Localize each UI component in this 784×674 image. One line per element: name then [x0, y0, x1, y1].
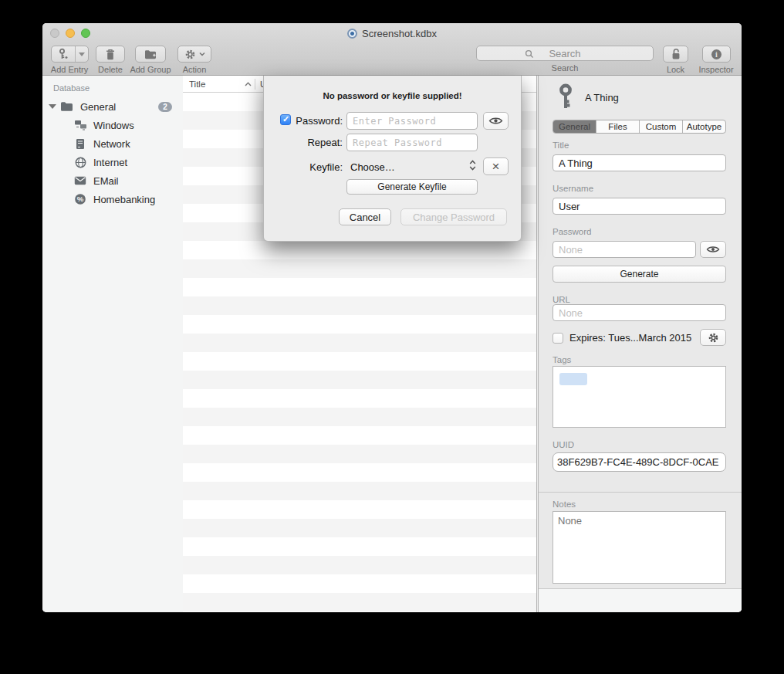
separator	[539, 492, 742, 493]
toolbar-item-search: Search	[476, 46, 654, 73]
eye-icon	[488, 116, 503, 126]
sidebar-header: Database	[53, 83, 90, 93]
add-entry-label: Add Entry	[51, 65, 88, 74]
trash-icon	[105, 49, 116, 60]
title-input[interactable]	[553, 154, 726, 171]
close-x-icon: ×	[492, 160, 500, 173]
disclosure-triangle-icon[interactable]	[49, 104, 56, 109]
change-password-button[interactable]: Change Password	[400, 208, 507, 225]
inspector-button[interactable]: i	[702, 46, 731, 63]
folder-plus-icon	[144, 49, 157, 59]
toolbar-item-inspector: i Inspector	[698, 46, 735, 74]
expires-checkbox[interactable]	[553, 333, 563, 344]
add-group-label: Add Group	[130, 65, 171, 74]
tags-field-label: Tags	[553, 355, 571, 364]
clear-keyfile-button[interactable]: ×	[483, 157, 509, 175]
toolbar-item-delete: Delete	[95, 46, 126, 74]
chevron-down-icon	[199, 52, 205, 56]
info-icon: i	[711, 49, 722, 60]
tags-box[interactable]	[553, 366, 726, 428]
search-input[interactable]	[477, 48, 653, 59]
globe-icon	[73, 155, 87, 169]
entry-title: A Thing	[585, 92, 619, 103]
sidebar-item-label: EMail	[93, 175, 119, 187]
password-input[interactable]	[553, 241, 696, 258]
expires-settings-button[interactable]	[700, 329, 726, 346]
tab-general[interactable]: General	[553, 120, 596, 133]
stepper-icon[interactable]	[469, 159, 476, 171]
username-input[interactable]	[553, 198, 726, 215]
tag-token[interactable]	[559, 373, 587, 385]
column-header-title[interactable]: Title	[183, 80, 255, 89]
delete-label: Delete	[98, 65, 123, 74]
action-label: Action	[183, 65, 207, 74]
windows-icon	[73, 118, 87, 132]
keyfile-label: Keyfile:	[264, 161, 343, 173]
svg-text:i: i	[715, 50, 718, 59]
envelope-icon	[73, 174, 87, 188]
url-field-label: URL	[553, 295, 570, 304]
add-group-button[interactable]	[135, 46, 166, 63]
reveal-password-button[interactable]	[483, 112, 509, 130]
generate-button[interactable]: Generate	[553, 266, 726, 283]
sidebar-item-internet[interactable]: Internet	[42, 153, 183, 171]
url-input[interactable]	[553, 304, 726, 321]
search-label: Search	[552, 63, 579, 73]
username-field-label: Username	[553, 184, 593, 193]
search-icon	[525, 49, 534, 59]
show-password-button[interactable]	[700, 241, 726, 258]
sidebar-item-general[interactable]: General 2	[42, 97, 183, 116]
enter-password-input[interactable]	[346, 112, 478, 130]
lock-button[interactable]	[663, 46, 688, 63]
add-entry-dropdown[interactable]	[75, 46, 88, 62]
sidebar-item-label: Network	[93, 138, 130, 150]
inspector-label: Inspector	[698, 65, 733, 74]
add-entry-button[interactable]	[51, 46, 89, 63]
inspector-footer	[539, 588, 742, 612]
folder-icon	[59, 100, 73, 113]
repeat-password-input[interactable]	[346, 134, 478, 151]
window-chrome: Screenshot.kdbx Add Entry	[42, 23, 742, 76]
sidebar-item-label: Internet	[93, 157, 127, 168]
action-button[interactable]	[177, 46, 211, 63]
document-icon	[347, 29, 357, 39]
eye-icon	[706, 245, 720, 254]
password-field-label: Password	[553, 227, 592, 236]
repeat-label: Repeat:	[264, 137, 343, 148]
search-field[interactable]	[476, 46, 654, 61]
sidebar-item-windows[interactable]: Windows	[42, 116, 183, 134]
password-label: Password:	[264, 115, 343, 127]
tab-autotype[interactable]: Autotype	[682, 120, 725, 133]
generate-keyfile-button[interactable]: Generate Keyfile	[346, 179, 478, 195]
gear-icon	[708, 332, 719, 344]
sidebar-item-homebanking[interactable]: % Homebanking	[42, 190, 183, 208]
server-icon	[73, 137, 87, 151]
dropdown-arrow-icon	[79, 52, 85, 56]
key-icon	[557, 83, 574, 111]
key-plus-icon	[52, 46, 75, 62]
tab-custom[interactable]: Custom	[639, 120, 682, 133]
toolbar-item-add-entry: Add Entry	[47, 46, 92, 74]
svg-text:%: %	[77, 195, 84, 203]
cancel-button[interactable]: Cancel	[339, 208, 391, 225]
notes-textarea[interactable]	[553, 511, 726, 584]
uuid-field[interactable]	[553, 452, 726, 472]
sidebar-item-network[interactable]: Network	[42, 134, 183, 153]
inspector-tabs: General Files Custom Autotype	[553, 120, 726, 134]
toolbar-item-add-group: Add Group	[129, 46, 172, 74]
change-password-sheet: No password or keyfile supplied! Passwor…	[263, 76, 522, 242]
desktop: Screenshot.kdbx Add Entry	[0, 0, 784, 674]
toolbar: Add Entry Delete	[42, 43, 742, 76]
sidebar-item-label: Windows	[93, 120, 134, 131]
gear-icon	[184, 49, 196, 60]
warning-message: No password or keyfile supplied!	[264, 91, 521, 100]
keyfile-popup[interactable]: Choose…	[350, 161, 395, 173]
sidebar-item-email[interactable]: EMail	[42, 171, 183, 190]
titlebar: Screenshot.kdbx	[42, 23, 742, 43]
notes-field-label: Notes	[553, 500, 576, 509]
sidebar-item-label: Homebanking	[93, 194, 155, 205]
uuid-field-label: UUID	[553, 440, 574, 449]
delete-button[interactable]	[96, 46, 125, 63]
entry-count-badge: 2	[158, 102, 172, 112]
tab-files[interactable]: Files	[596, 120, 639, 133]
